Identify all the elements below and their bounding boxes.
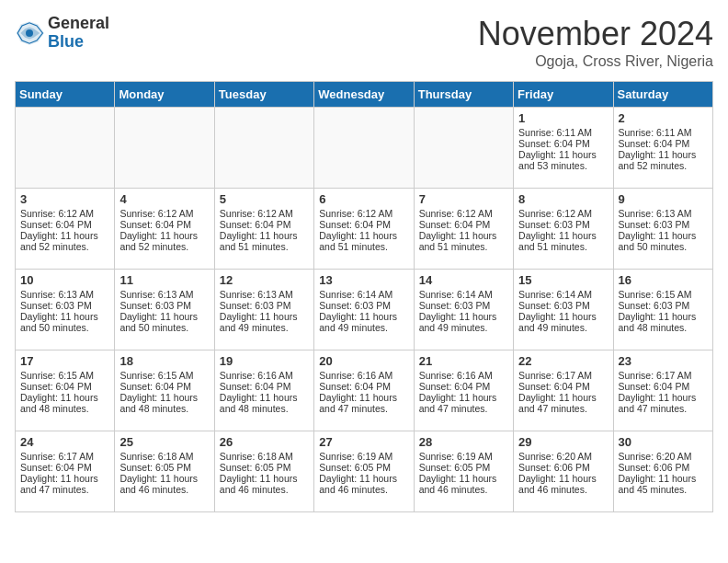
day-info-line: Daylight: 11 hours — [619, 392, 708, 403]
day-info-line: Sunset: 6:04 PM — [619, 381, 708, 392]
day-info-line: Sunset: 6:04 PM — [619, 138, 708, 149]
calendar-day-22: 22Sunrise: 6:17 AMSunset: 6:04 PMDayligh… — [514, 350, 613, 431]
day-info-line: and 52 minutes. — [20, 241, 109, 252]
day-info-line: Daylight: 11 hours — [20, 230, 109, 241]
calendar-day-3: 3Sunrise: 6:12 AMSunset: 6:04 PMDaylight… — [16, 189, 115, 270]
day-number: 14 — [419, 273, 508, 287]
day-info-line: Sunrise: 6:18 AM — [220, 451, 309, 462]
day-number: 18 — [119, 354, 209, 368]
day-info-line: Sunrise: 6:13 AM — [220, 289, 309, 300]
day-number: 15 — [518, 273, 608, 287]
day-info-line: Daylight: 11 hours — [220, 311, 309, 322]
day-info-line: and 53 minutes. — [518, 160, 608, 171]
day-info-line: and 48 minutes. — [220, 403, 309, 414]
calendar-header-monday: Monday — [115, 82, 214, 108]
day-info-line: Sunrise: 6:16 AM — [419, 370, 508, 381]
logo-blue-text: Blue — [48, 32, 84, 51]
day-info-line: Daylight: 11 hours — [619, 473, 708, 484]
day-info-line: Sunset: 6:05 PM — [220, 462, 309, 473]
calendar-header-wednesday: Wednesday — [314, 82, 414, 108]
calendar-day-25: 25Sunrise: 6:18 AMSunset: 6:05 PMDayligh… — [115, 431, 214, 512]
logo: General Blue — [15, 15, 109, 52]
day-info-line: Sunrise: 6:11 AM — [518, 127, 608, 138]
day-number: 23 — [619, 354, 708, 368]
day-info-line: Sunrise: 6:12 AM — [419, 208, 508, 219]
calendar-header-sunday: Sunday — [16, 82, 115, 108]
calendar-day-empty — [16, 108, 115, 189]
day-info-line: Daylight: 11 hours — [419, 311, 508, 322]
day-info-line: Daylight: 11 hours — [619, 149, 708, 160]
day-info-line: Daylight: 11 hours — [518, 392, 608, 403]
title-block: November 2024 Ogoja, Cross River, Nigeri… — [478, 15, 713, 70]
day-info-line: Daylight: 11 hours — [619, 230, 708, 241]
day-number: 16 — [619, 273, 708, 287]
day-number: 1 — [518, 111, 608, 125]
day-info-line: Sunset: 6:04 PM — [319, 219, 408, 230]
day-info-line: Daylight: 11 hours — [119, 230, 209, 241]
day-info-line: Sunrise: 6:12 AM — [319, 208, 408, 219]
day-number: 26 — [220, 435, 309, 449]
day-info-line: Sunset: 6:04 PM — [518, 381, 608, 392]
calendar-day-12: 12Sunrise: 6:13 AMSunset: 6:03 PMDayligh… — [214, 270, 313, 350]
day-number: 10 — [20, 273, 109, 287]
day-number: 27 — [319, 435, 408, 449]
day-number: 7 — [419, 192, 508, 206]
day-number: 20 — [319, 354, 408, 368]
day-info-line: and 47 minutes. — [619, 403, 708, 414]
day-number: 13 — [319, 273, 408, 287]
day-info-line: Daylight: 11 hours — [419, 230, 508, 241]
day-info-line: and 46 minutes. — [518, 484, 608, 495]
day-info-line: Sunset: 6:04 PM — [119, 219, 209, 230]
day-info-line: Sunrise: 6:20 AM — [518, 451, 608, 462]
day-info-line: Sunrise: 6:14 AM — [518, 289, 608, 300]
day-info-line: Sunset: 6:04 PM — [319, 381, 408, 392]
day-number: 28 — [419, 435, 508, 449]
day-info-line: Sunset: 6:04 PM — [20, 219, 109, 230]
day-number: 25 — [119, 435, 209, 449]
day-info-line: Sunrise: 6:12 AM — [20, 208, 109, 219]
day-info-line: Sunrise: 6:13 AM — [119, 289, 209, 300]
day-info-line: Sunset: 6:04 PM — [220, 381, 309, 392]
calendar-header-thursday: Thursday — [414, 82, 513, 108]
calendar-day-14: 14Sunrise: 6:14 AMSunset: 6:03 PMDayligh… — [414, 270, 513, 350]
day-info-line: and 48 minutes. — [119, 403, 209, 414]
calendar-day-4: 4Sunrise: 6:12 AMSunset: 6:04 PMDaylight… — [115, 189, 214, 270]
svg-point-3 — [26, 29, 33, 37]
day-info-line: Sunset: 6:03 PM — [619, 300, 708, 311]
day-info-line: Sunrise: 6:18 AM — [119, 451, 209, 462]
day-info-line: Sunrise: 6:17 AM — [20, 451, 109, 462]
day-info-line: Sunset: 6:03 PM — [20, 300, 109, 311]
day-info-line: Sunrise: 6:12 AM — [119, 208, 209, 219]
day-info-line: and 47 minutes. — [518, 403, 608, 414]
day-number: 11 — [119, 273, 209, 287]
day-info-line: Daylight: 11 hours — [20, 311, 109, 322]
calendar-day-24: 24Sunrise: 6:17 AMSunset: 6:04 PMDayligh… — [16, 431, 115, 512]
location-subtitle: Ogoja, Cross River, Nigeria — [478, 53, 713, 70]
day-info-line: Sunset: 6:04 PM — [220, 219, 309, 230]
day-number: 24 — [20, 435, 109, 449]
day-info-line: Daylight: 11 hours — [518, 473, 608, 484]
day-info-line: Sunrise: 6:12 AM — [518, 208, 608, 219]
calendar-day-empty — [115, 108, 214, 189]
day-info-line: Sunset: 6:05 PM — [419, 462, 508, 473]
calendar-day-17: 17Sunrise: 6:15 AMSunset: 6:04 PMDayligh… — [16, 350, 115, 431]
day-number: 3 — [20, 192, 109, 206]
day-info-line: Sunrise: 6:14 AM — [319, 289, 408, 300]
day-number: 19 — [220, 354, 309, 368]
day-number: 5 — [220, 192, 309, 206]
calendar-day-7: 7Sunrise: 6:12 AMSunset: 6:04 PMDaylight… — [414, 189, 513, 270]
day-info-line: and 47 minutes. — [319, 403, 408, 414]
day-info-line: Sunset: 6:06 PM — [619, 462, 708, 473]
calendar-day-29: 29Sunrise: 6:20 AMSunset: 6:06 PMDayligh… — [514, 431, 613, 512]
page-header: General Blue November 2024 Ogoja, Cross … — [15, 15, 713, 70]
day-number: 29 — [518, 435, 608, 449]
day-info-line: and 49 minutes. — [419, 322, 508, 333]
calendar-day-5: 5Sunrise: 6:12 AMSunset: 6:04 PMDaylight… — [214, 189, 313, 270]
day-info-line: Sunrise: 6:17 AM — [619, 370, 708, 381]
calendar-header-tuesday: Tuesday — [214, 82, 313, 108]
day-info-line: Daylight: 11 hours — [220, 230, 309, 241]
day-info-line: Daylight: 11 hours — [419, 473, 508, 484]
calendar-week-row: 24Sunrise: 6:17 AMSunset: 6:04 PMDayligh… — [16, 431, 713, 512]
calendar-table: SundayMondayTuesdayWednesdayThursdayFrid… — [15, 81, 713, 512]
day-info-line: Daylight: 11 hours — [619, 311, 708, 322]
